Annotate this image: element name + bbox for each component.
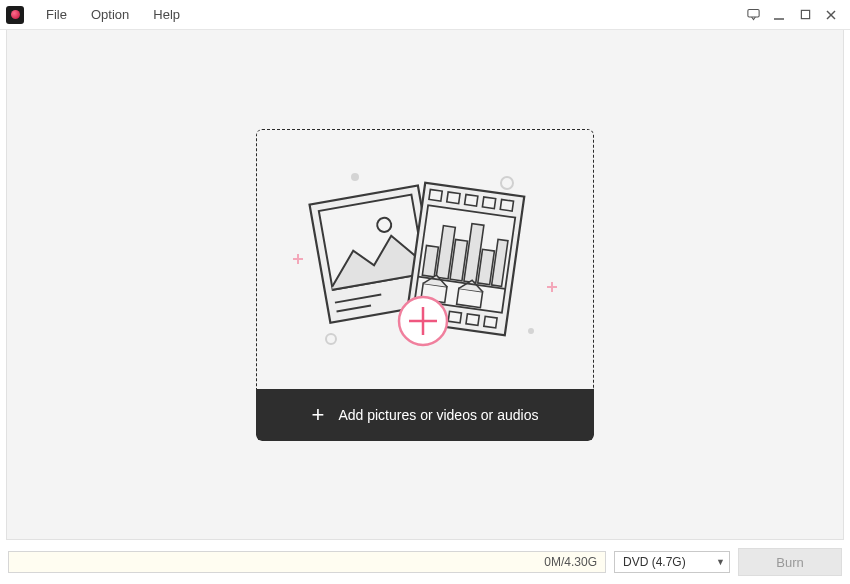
burn-button[interactable]: Burn: [738, 548, 842, 576]
disc-size-select[interactable]: DVD (4.7G) ▼: [614, 551, 730, 573]
menu-help[interactable]: Help: [141, 3, 192, 26]
close-icon[interactable]: [818, 0, 844, 30]
svg-rect-27: [466, 314, 479, 326]
svg-point-11: [326, 334, 336, 344]
media-dropzone[interactable]: + Add pictures or videos or audios: [256, 129, 594, 441]
disc-size-value: DVD (4.7G): [623, 555, 686, 569]
maximize-icon[interactable]: [792, 0, 818, 30]
plus-icon: +: [312, 404, 325, 426]
app-icon-glyph: [11, 10, 20, 19]
disc-usage-bar: 0M/4.30G: [8, 551, 606, 573]
add-media-label: Add pictures or videos or audios: [338, 407, 538, 423]
chevron-down-icon: ▼: [716, 557, 725, 567]
menu-option[interactable]: Option: [79, 3, 141, 26]
menu-file[interactable]: File: [34, 3, 79, 26]
svg-rect-26: [448, 311, 461, 323]
add-media-button[interactable]: + Add pictures or videos or audios: [256, 389, 594, 441]
add-icon: [399, 297, 447, 345]
disc-usage-label: 0M/4.30G: [544, 552, 597, 572]
svg-rect-37: [457, 288, 483, 307]
svg-rect-19: [429, 189, 442, 201]
svg-rect-28: [484, 316, 497, 328]
menubar: File Option Help: [0, 0, 850, 30]
svg-point-12: [528, 328, 534, 334]
svg-rect-0: [747, 10, 758, 18]
svg-rect-22: [482, 197, 495, 209]
footer: 0M/4.30G DVD (4.7G) ▼ Burn: [0, 540, 850, 584]
media-placeholder-illustration: [275, 149, 575, 369]
feedback-icon[interactable]: [740, 0, 766, 30]
minimize-icon[interactable]: [766, 0, 792, 30]
dropzone-illustration: [256, 129, 594, 389]
svg-rect-20: [447, 192, 460, 204]
svg-point-9: [351, 173, 359, 181]
main-area: + Add pictures or videos or audios: [6, 30, 844, 540]
app-icon: [6, 6, 24, 24]
svg-rect-21: [465, 195, 478, 207]
svg-point-10: [501, 177, 513, 189]
svg-rect-23: [500, 200, 513, 212]
svg-rect-2: [801, 10, 809, 18]
